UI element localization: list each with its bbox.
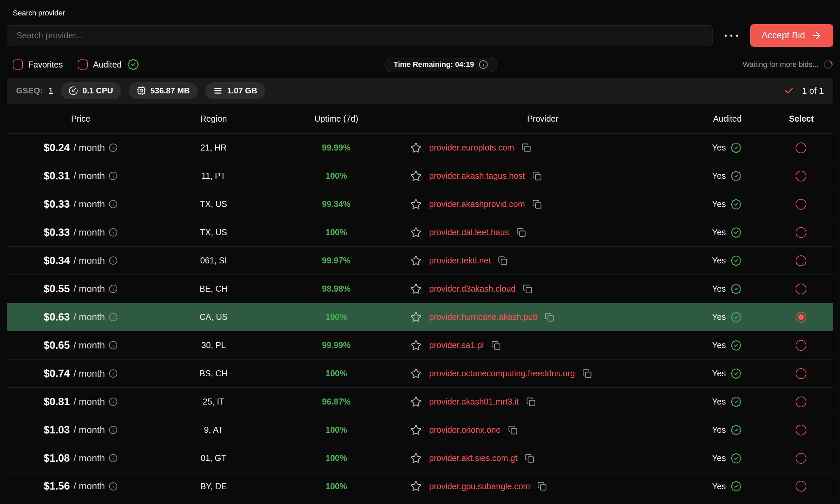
- copy-icon[interactable]: [491, 341, 501, 350]
- select-radio[interactable]: [795, 171, 806, 181]
- favorites-filter[interactable]: Favorites: [13, 59, 63, 70]
- provider-link[interactable]: provider.tekti.net: [429, 256, 491, 266]
- provider-link[interactable]: provider.hurricane.akash.pub: [429, 312, 537, 322]
- price-info-icon[interactable]: [109, 454, 118, 463]
- favorites-checkbox[interactable]: [13, 59, 23, 70]
- copy-icon[interactable]: [508, 425, 518, 435]
- check-icon: [784, 85, 794, 96]
- price-info-icon[interactable]: [109, 341, 118, 350]
- select-radio[interactable]: [795, 396, 806, 407]
- price-cell: $0.33 / month: [7, 227, 155, 238]
- table-row[interactable]: $0.34 / month 061, SI 99.97% provider.te…: [7, 246, 833, 274]
- favorite-star-icon[interactable]: [410, 481, 422, 492]
- audited-cell: Yes: [685, 227, 769, 238]
- price-info-icon[interactable]: [109, 256, 118, 265]
- table-row[interactable]: $0.65 / month 30, PL 99.99% provider.sa1…: [7, 331, 833, 359]
- price-info-icon[interactable]: [109, 312, 118, 322]
- column-header-uptime: Uptime (7d): [273, 114, 400, 124]
- copy-icon[interactable]: [498, 256, 507, 266]
- table-row[interactable]: $0.24 / month 21, HR 99.99% provider.eur…: [7, 133, 833, 162]
- accept-bid-button[interactable]: Accept Bid: [750, 24, 833, 47]
- copy-icon[interactable]: [582, 369, 592, 378]
- table-row[interactable]: $0.63 / month CA, US 100% provider.hurri…: [7, 303, 833, 331]
- provider-link[interactable]: provider.akt.sies.com.gt: [429, 453, 518, 463]
- provider-link[interactable]: provider.dal.leet.haus: [429, 228, 509, 237]
- provider-link[interactable]: provider.octanecomputing.freeddns.org: [429, 368, 575, 378]
- table-row[interactable]: $1.56 / month BY, DE 100% provider.gpu.s…: [7, 472, 833, 500]
- ellipsis-icon: [725, 35, 727, 37]
- select-radio[interactable]: [795, 227, 806, 238]
- table-row[interactable]: $1.08 / month 01, GT 100% provider.akt.s…: [7, 444, 833, 472]
- select-radio[interactable]: [795, 284, 806, 294]
- price-info-icon[interactable]: [109, 397, 118, 406]
- favorite-star-icon[interactable]: [410, 425, 422, 436]
- audited-value: Yes: [712, 397, 726, 407]
- favorite-star-icon[interactable]: [410, 311, 422, 323]
- copy-icon[interactable]: [522, 143, 531, 152]
- select-radio[interactable]: [795, 340, 806, 351]
- select-radio[interactable]: [795, 312, 806, 323]
- provider-link[interactable]: provider.sa1.pl: [429, 340, 484, 350]
- more-options-button[interactable]: [721, 25, 742, 46]
- price-info-icon[interactable]: [109, 200, 118, 209]
- info-icon[interactable]: [479, 60, 488, 69]
- select-radio[interactable]: [795, 481, 806, 491]
- copy-icon[interactable]: [526, 397, 536, 407]
- favorite-star-icon[interactable]: [410, 396, 422, 408]
- table-row[interactable]: $0.55 / month BE, CH 98.98% provider.d3a…: [7, 274, 833, 303]
- table-row[interactable]: $0.74 / month BS, CH 100% provider.octan…: [7, 359, 833, 388]
- table-row[interactable]: $0.33 / month TX, US 99.34% provider.aka…: [7, 190, 833, 218]
- provider-link[interactable]: provider.akash01.mrt3.it: [429, 397, 519, 407]
- select-radio[interactable]: [795, 255, 806, 266]
- column-header-audited: Audited: [685, 114, 769, 124]
- provider-link[interactable]: provider.d3akash.cloud: [429, 284, 515, 294]
- provider-link[interactable]: provider.europlots.com: [429, 143, 514, 152]
- audited-badge-icon: [730, 481, 742, 492]
- price-info-icon[interactable]: [109, 482, 118, 491]
- copy-icon[interactable]: [525, 454, 534, 463]
- price-suffix: / month: [74, 312, 105, 323]
- favorite-star-icon[interactable]: [410, 453, 422, 464]
- favorite-star-icon[interactable]: [410, 283, 422, 295]
- copy-icon[interactable]: [517, 228, 526, 237]
- region-value: 30, PL: [155, 340, 273, 350]
- favorite-star-icon[interactable]: [410, 142, 422, 154]
- favorite-star-icon[interactable]: [410, 255, 422, 267]
- provider-link[interactable]: provider.gpu.subangle.com: [429, 482, 530, 491]
- copy-icon[interactable]: [537, 482, 547, 491]
- copy-icon[interactable]: [545, 312, 554, 322]
- copy-icon[interactable]: [523, 284, 532, 294]
- copy-icon[interactable]: [532, 172, 542, 181]
- provider-link[interactable]: provider.akash.tagus.host: [429, 171, 525, 181]
- provider-link[interactable]: provider.akashprovid.com: [429, 199, 525, 209]
- provider-link[interactable]: provider.orionx.one: [429, 425, 501, 435]
- provider-cell: provider.orionx.one: [400, 425, 685, 436]
- select-radio[interactable]: [795, 368, 806, 379]
- search-input[interactable]: [7, 25, 713, 46]
- select-radio[interactable]: [795, 142, 806, 153]
- favorite-star-icon[interactable]: [410, 227, 422, 238]
- table-row[interactable]: $0.33 / month TX, US 100% provider.dal.l…: [7, 218, 833, 246]
- select-radio[interactable]: [795, 199, 806, 210]
- favorite-star-icon[interactable]: [410, 199, 422, 210]
- table-row[interactable]: $0.81 / month 25, IT 96.87% provider.aka…: [7, 388, 833, 416]
- price-value: $0.34: [44, 255, 70, 267]
- audited-checkbox[interactable]: [78, 59, 88, 70]
- price-info-icon[interactable]: [109, 369, 118, 378]
- copy-icon[interactable]: [532, 200, 542, 209]
- price-info-icon[interactable]: [109, 425, 118, 434]
- favorite-star-icon[interactable]: [410, 170, 422, 182]
- table-row[interactable]: $1.03 / month 9, AT 100% provider.orionx…: [7, 416, 833, 444]
- price-info-icon[interactable]: [109, 143, 118, 152]
- price-info-icon[interactable]: [109, 228, 118, 237]
- price-info-icon[interactable]: [109, 172, 118, 180]
- favorite-star-icon[interactable]: [410, 340, 422, 351]
- table-row[interactable]: $0.31 / month 11, PT 100% provider.akash…: [7, 162, 833, 190]
- audited-badge-icon: [730, 170, 742, 182]
- price-info-icon[interactable]: [109, 284, 118, 293]
- price-suffix: / month: [74, 255, 105, 266]
- audited-filter[interactable]: Audited: [78, 58, 139, 71]
- favorite-star-icon[interactable]: [410, 368, 422, 379]
- select-radio[interactable]: [795, 453, 806, 464]
- select-radio[interactable]: [795, 425, 806, 435]
